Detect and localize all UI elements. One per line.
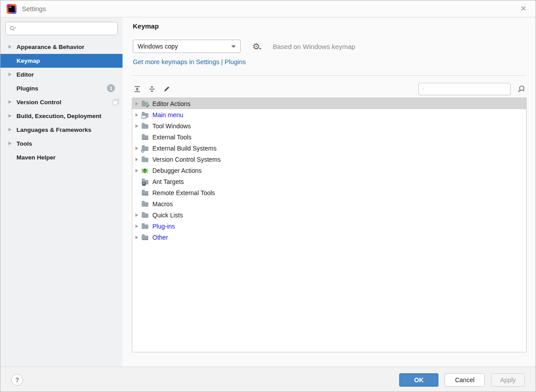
tree-row-label: External Build Systems bbox=[152, 145, 217, 152]
search-icon bbox=[422, 86, 424, 92]
folder-dots-icon bbox=[141, 134, 149, 141]
chevron-right-icon[interactable] bbox=[8, 142, 12, 145]
tree-row-version-control-systems[interactable]: Version Control Systems bbox=[132, 154, 526, 165]
sidebar-item-label: Languages & Frameworks bbox=[16, 127, 91, 133]
sidebar-item-tools[interactable]: Tools bbox=[0, 137, 123, 151]
folder-icon bbox=[141, 223, 149, 230]
find-by-shortcut-icon[interactable] bbox=[516, 84, 527, 94]
apply-button[interactable]: Apply bbox=[491, 373, 525, 387]
keymap-select[interactable]: Windows copy bbox=[133, 40, 241, 53]
tree-row-label: Editor Actions bbox=[152, 100, 191, 107]
folder-edit-icon bbox=[141, 100, 149, 107]
chevron-right-icon[interactable] bbox=[135, 147, 138, 150]
folder-icon bbox=[141, 200, 149, 208]
settings-dialog: Settings ✕ Appearance & BehaviorKeymapEd… bbox=[0, 0, 536, 392]
cancel-button[interactable]: Cancel bbox=[445, 373, 485, 387]
chevron-down-icon bbox=[231, 45, 236, 50]
sidebar-item-label: Build, Execution, Deployment bbox=[16, 113, 102, 119]
sidebar-item-label: Maven Helper bbox=[16, 154, 56, 161]
tree-row-macros[interactable]: Macros bbox=[132, 198, 526, 209]
settings-search-input[interactable] bbox=[19, 25, 114, 33]
settings-search-box[interactable] bbox=[5, 22, 118, 35]
sidebar-item-label: Plugins bbox=[16, 85, 38, 92]
chevron-right-icon[interactable] bbox=[8, 128, 12, 131]
chevron-right-icon[interactable] bbox=[8, 100, 12, 104]
sidebar-item-editor[interactable]: Editor bbox=[0, 68, 123, 82]
window-title: Settings bbox=[22, 5, 46, 12]
sidebar-item-appearance-behavior[interactable]: Appearance & Behavior bbox=[0, 40, 123, 54]
tree-row-tool-windows[interactable]: Tool Windows bbox=[132, 120, 526, 131]
tree-toolbar bbox=[133, 82, 527, 96]
chevron-right-icon[interactable] bbox=[8, 45, 12, 49]
sidebar-item-label: Editor bbox=[16, 71, 34, 78]
tree-row-label: External Tools bbox=[152, 134, 192, 141]
tree-row-quick-lists[interactable]: Quick Lists bbox=[132, 209, 526, 220]
keymap-gear-button[interactable]: ⚙ bbox=[250, 41, 262, 52]
chevron-right-icon[interactable] bbox=[135, 158, 138, 161]
keymap-select-value: Windows copy bbox=[138, 43, 178, 50]
collapse-all-icon[interactable] bbox=[147, 85, 156, 94]
sidebar-item-label: Appearance & Behavior bbox=[16, 44, 84, 50]
dialog-body: Appearance & BehaviorKeymapEditorPlugins… bbox=[0, 17, 536, 367]
action-search-box[interactable] bbox=[418, 83, 511, 95]
tree-row-other[interactable]: Other bbox=[132, 232, 526, 243]
tree-row-external-tools[interactable]: External Tools bbox=[132, 131, 526, 143]
chevron-right-icon[interactable] bbox=[135, 102, 138, 106]
chevron-right-icon[interactable] bbox=[8, 114, 12, 118]
sidebar-item-maven-helper[interactable]: Maven Helper bbox=[0, 151, 123, 164]
sidebar-item-build-execution-deployment[interactable]: Build, Execution, Deployment bbox=[0, 109, 123, 123]
tree-row-debugger-actions[interactable]: Debugger Actions bbox=[132, 165, 526, 176]
ok-button[interactable]: OK bbox=[399, 373, 438, 387]
tree-row-remote-external-tools[interactable]: Remote External Tools bbox=[132, 187, 526, 198]
folder-gear-icon bbox=[141, 145, 149, 152]
sidebar-item-keymap[interactable]: Keymap bbox=[0, 54, 123, 68]
folder-dots-icon bbox=[141, 189, 149, 196]
sidebar-item-label: Tools bbox=[16, 140, 32, 147]
based-on-label: Based on Windows keymap bbox=[273, 43, 355, 50]
close-icon[interactable]: ✕ bbox=[518, 4, 529, 13]
gear-icon: ⚙ bbox=[252, 42, 260, 51]
tree-row-label: Version Control Systems bbox=[152, 156, 221, 163]
sidebar-item-plugins[interactable]: Plugins1 bbox=[0, 82, 123, 95]
tree-row-label: Remote External Tools bbox=[152, 189, 215, 196]
folder-menu-icon bbox=[141, 111, 149, 118]
tree-row-label: Debugger Actions bbox=[152, 167, 202, 174]
sidebar-item-languages-frameworks[interactable]: Languages & Frameworks bbox=[0, 123, 123, 137]
search-icon bbox=[9, 25, 16, 32]
sidebar-item-label: Keymap bbox=[16, 57, 40, 64]
get-more-keymaps-link[interactable]: Get more keymaps in Settings | Plugins bbox=[133, 58, 246, 65]
tree-row-plug-ins[interactable]: Plug-ins bbox=[132, 220, 526, 232]
tree-row-external-build-systems[interactable]: External Build Systems bbox=[132, 143, 526, 154]
title-bar: Settings ✕ bbox=[0, 0, 536, 17]
expand-all-icon[interactable] bbox=[133, 85, 142, 94]
header-separator bbox=[133, 75, 527, 76]
intellij-logo-icon bbox=[7, 4, 16, 14]
question-mark-icon: ? bbox=[15, 376, 19, 384]
chevron-right-icon[interactable] bbox=[135, 225, 138, 228]
chevron-right-icon[interactable] bbox=[135, 169, 138, 172]
tree-row-label: Ant Targets bbox=[152, 178, 184, 185]
tree-row-editor-actions[interactable]: Editor Actions bbox=[132, 98, 526, 109]
tree-row-label: Plug-ins bbox=[152, 223, 175, 230]
settings-sidebar: Appearance & BehaviorKeymapEditorPlugins… bbox=[0, 17, 123, 367]
folder-icon bbox=[141, 212, 149, 219]
tree-row-label: Tool Windows bbox=[152, 122, 191, 130]
help-button[interactable]: ? bbox=[11, 374, 23, 386]
chevron-right-icon[interactable] bbox=[8, 73, 12, 76]
tree-row-main-menu[interactable]: Main menu bbox=[132, 109, 526, 120]
chevron-right-icon[interactable] bbox=[135, 124, 138, 128]
sidebar-nav: Appearance & BehaviorKeymapEditorPlugins… bbox=[0, 40, 123, 164]
folder-icon bbox=[141, 156, 149, 163]
folder-ant-icon bbox=[141, 178, 149, 185]
sidebar-item-version-control[interactable]: Version Control bbox=[0, 95, 123, 109]
copy-icon bbox=[113, 99, 119, 105]
keymap-actions-tree: Editor ActionsMain menuTool WindowsExter… bbox=[132, 98, 527, 352]
chevron-right-icon[interactable] bbox=[135, 113, 138, 117]
bug-icon bbox=[141, 167, 149, 174]
chevron-right-icon[interactable] bbox=[135, 236, 138, 239]
chevron-right-icon[interactable] bbox=[135, 213, 138, 217]
edit-pencil-icon[interactable] bbox=[162, 85, 171, 94]
action-search-input[interactable] bbox=[426, 86, 507, 93]
tree-row-ant-targets[interactable]: Ant Targets bbox=[132, 176, 526, 187]
folder-dots-icon bbox=[141, 234, 149, 241]
